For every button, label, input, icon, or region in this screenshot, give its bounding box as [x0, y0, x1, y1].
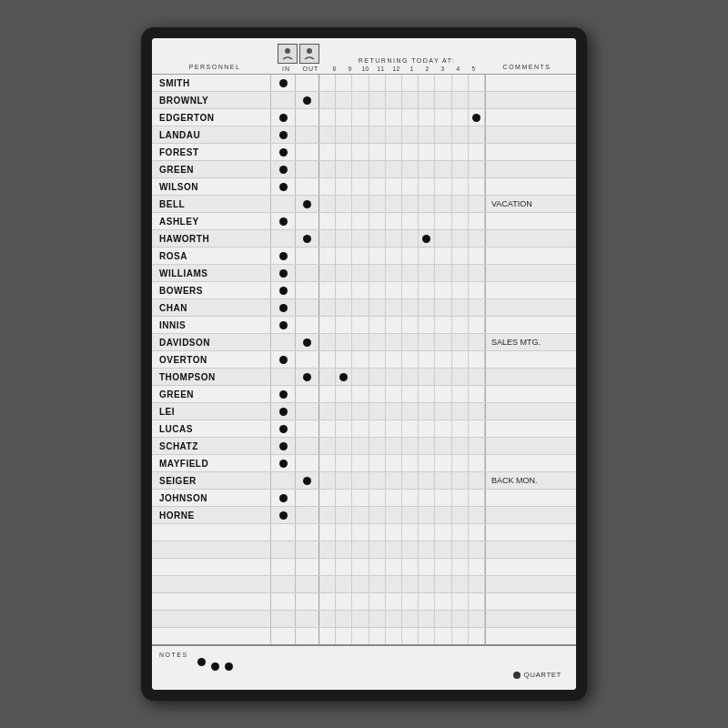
time-cell-4 — [452, 507, 469, 523]
table-row: HAWORTH — [152, 230, 576, 248]
comments-cell — [485, 507, 576, 523]
in-dot — [279, 321, 288, 329]
name-cell: MAYFIELD — [152, 459, 270, 469]
in-dot — [279, 287, 288, 295]
in-out-header: IN OUT — [274, 44, 323, 72]
in-cell — [270, 92, 295, 108]
time-cell-5 — [469, 92, 485, 108]
time-cell-1 — [402, 507, 419, 523]
in-dot — [279, 252, 288, 260]
time-cell-11 — [369, 109, 386, 126]
time-cells — [319, 455, 485, 471]
time-cell-4 — [452, 490, 469, 506]
time-cell-3 — [435, 351, 451, 368]
time-cell-9 — [336, 248, 352, 264]
time-cell-5 — [469, 265, 485, 281]
comments-cell — [485, 126, 576, 143]
time-cell-11 — [369, 317, 386, 333]
time-cell-10 — [352, 109, 369, 126]
table-row: LUCAS — [152, 420, 576, 438]
time-cell-5 — [469, 109, 485, 126]
comments-cell — [485, 420, 576, 437]
time-cell-2 — [419, 144, 435, 160]
time-cell-9 — [336, 472, 352, 489]
time-cell-1 — [402, 92, 419, 108]
time-cell-10 — [352, 282, 369, 298]
notes-dots — [197, 653, 233, 671]
out-dot — [303, 339, 311, 347]
table-row: HORNE — [152, 507, 576, 524]
time-cell-11 — [369, 351, 386, 368]
time-cell-2 — [419, 109, 435, 126]
empty-row — [152, 576, 576, 593]
time-cell-5 — [469, 213, 485, 229]
time-cell-11 — [369, 455, 386, 471]
time-cell-2 — [419, 403, 435, 420]
returning-title: RETURNING TODAY AT: — [323, 57, 481, 64]
time-cell-8 — [319, 265, 336, 281]
time-cell-4 — [452, 213, 469, 229]
name-cell: BROWNLY — [152, 96, 270, 106]
comments-cell — [485, 299, 576, 316]
time-cells — [319, 351, 485, 368]
time-cell-11 — [369, 490, 386, 506]
out-label: OUT — [298, 66, 323, 72]
personnel-header: PERSONNEL — [156, 64, 274, 72]
table-row: THOMPSON — [152, 369, 576, 386]
comments-cell — [485, 230, 576, 247]
table-row: SMITH — [152, 75, 576, 92]
table-row: ASHLEY — [152, 213, 576, 230]
time-cell-4 — [452, 248, 469, 264]
comments-cell — [485, 92, 576, 108]
time-5: 5 — [466, 66, 481, 72]
time-cell-12 — [386, 334, 402, 350]
time-cell-4 — [452, 369, 469, 385]
time-cell-8 — [319, 438, 336, 454]
time-cell-8 — [319, 351, 336, 368]
time-cells — [319, 403, 485, 420]
name-cell: BOWERS — [152, 286, 270, 296]
time-cell-12 — [386, 230, 402, 247]
time-cell-12 — [386, 351, 402, 368]
in-cell — [270, 161, 295, 177]
time-cell-2 — [419, 126, 435, 143]
time-dot — [339, 373, 348, 381]
time-cell-12 — [386, 144, 402, 160]
time-cell-12 — [386, 75, 402, 91]
time-cell-12 — [386, 92, 402, 108]
time-cell-12 — [386, 490, 402, 506]
name-cell: WILLIAMS — [152, 268, 270, 278]
time-cell-10 — [352, 317, 369, 333]
comments-cell — [485, 265, 576, 281]
time-cell-1 — [402, 386, 419, 402]
time-cell-11 — [369, 369, 386, 385]
time-cell-1 — [402, 334, 419, 350]
out-dot — [303, 200, 311, 208]
in-cell — [270, 75, 295, 91]
time-cell-5 — [469, 282, 485, 298]
time-cell-8 — [319, 178, 336, 195]
time-cells — [319, 75, 485, 91]
time-cell-11 — [369, 420, 386, 437]
in-dot — [279, 114, 288, 122]
brand-name: QUARTET — [523, 671, 561, 679]
time-cell-1 — [402, 109, 419, 126]
time-cell-9 — [336, 403, 352, 420]
name-cell: SMITH — [152, 78, 270, 88]
brand-circle — [513, 672, 521, 679]
time-cell-1 — [402, 161, 419, 177]
name-cell: FOREST — [152, 147, 270, 157]
in-cell — [270, 317, 295, 333]
board-outer: PERSONNEL — [141, 27, 587, 701]
time-cells — [319, 144, 485, 160]
time-cell-3 — [435, 403, 451, 420]
in-label: IN — [274, 66, 298, 72]
time-cell-12 — [386, 213, 402, 229]
time-cells — [319, 109, 485, 126]
table-row: ROSA — [152, 248, 576, 265]
table-row: INNIS — [152, 317, 576, 334]
time-cell-9 — [336, 386, 352, 402]
time-cell-2 — [419, 75, 435, 91]
in-cell — [270, 351, 295, 368]
time-cell-2 — [419, 178, 435, 195]
